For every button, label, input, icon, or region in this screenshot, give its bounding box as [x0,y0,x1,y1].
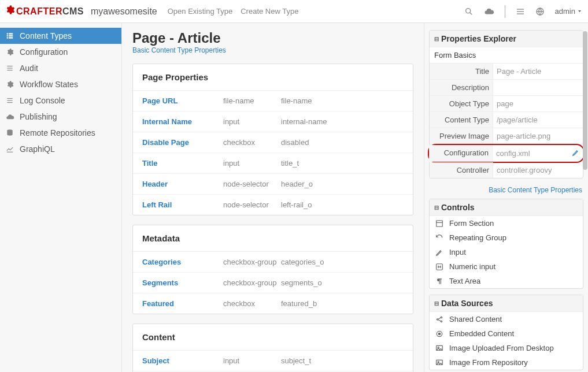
property-value[interactable]: page [493,96,583,111]
svg-rect-8 [7,37,8,38]
divider [505,5,505,18]
search-icon[interactable] [464,7,474,16]
create-new-type-link[interactable]: Create New Type [241,7,298,16]
property-value[interactable]: controller.groovy [493,162,583,178]
page-subtitle-link[interactable]: Basic Content Type Properties [132,46,413,54]
field-label[interactable]: Categories [142,258,223,266]
svg-rect-6 [7,33,8,34]
field-row[interactable]: Segmentscheckbox-groupsegments_o [133,273,413,293]
svg-point-0 [465,8,470,13]
cloud-icon[interactable] [484,6,494,17]
property-value[interactable]: page-article.png [493,128,583,144]
field-row[interactable]: Disable Pagecheckboxdisabled [133,132,413,153]
field-row[interactable]: Left Railnode-selectorleft-rail_o [133,195,413,215]
field-row[interactable]: Internal Nameinputinternal-name [133,111,413,132]
property-value[interactable] [493,80,583,95]
property-value[interactable]: config.xml [493,145,583,162]
controls-header[interactable]: ⊟ Controls [430,199,583,216]
field-label[interactable]: Disable Page [142,138,223,147]
logo[interactable]: CRAFTERCMS [5,5,84,18]
property-value[interactable]: Page - Article [493,64,583,79]
control-form-section[interactable]: Form Section [430,216,583,230]
field-label[interactable]: Page URL [142,96,223,105]
sidebar: Content TypesConfigurationAuditWorkflow … [0,23,122,372]
field-type: node-selector [223,200,281,209]
field-type: node-selector [223,180,281,188]
scrollbar-thumb[interactable] [583,31,587,170]
menu-icon[interactable] [516,7,525,16]
field-label[interactable]: Header [142,180,223,188]
section-header[interactable]: Page Properties [133,64,413,91]
sidebar-item-content-types[interactable]: Content Types [0,28,121,44]
control-numeric-input[interactable]: Numeric input [430,259,583,274]
field-label[interactable]: Left Rail [142,200,223,209]
control-label: Form Section [449,219,494,228]
property-row-configuration[interactable]: Configurationconfig.xml [428,144,585,163]
image-icon [435,344,445,352]
pencil-icon [435,248,445,256]
field-row[interactable]: Page URLfile-namefile-name [133,91,413,111]
field-row[interactable]: Headernode-selectorheader_o [133,174,413,195]
field-label[interactable]: Segments [142,278,223,287]
field-variable: disabled [281,138,404,147]
sidebar-item-remote-repositories[interactable]: Remote Repositories [0,125,121,141]
field-label[interactable]: Title [142,159,223,168]
image-icon [435,359,445,367]
field-row[interactable]: Categoriescheckbox-groupcategories_o [133,252,413,273]
field-row[interactable]: Subjectinputsubject_t [133,351,413,371]
datasource-shared-content[interactable]: Shared Content [430,312,583,326]
lines-icon [6,64,15,72]
property-label: Content Type [430,112,493,128]
property-value[interactable]: /page/article [493,112,583,128]
open-existing-type-link[interactable]: Open Existing Type [168,7,233,16]
field-label[interactable]: Internal Name [142,117,223,126]
sidebar-item-log-console[interactable]: Log Console [0,92,121,109]
field-label[interactable]: Featured [142,299,223,308]
field-row[interactable]: Titleinputtitle_t [133,153,413,174]
property-row-description[interactable]: Description [430,80,583,96]
globe-icon[interactable] [535,7,545,16]
datasource-label: Shared Content [449,315,502,323]
field-variable: title_t [281,159,404,168]
sidebar-item-workflow-states[interactable]: Workflow States [0,76,121,92]
section-header[interactable]: Metadata [133,225,413,252]
datasource-label: Embedded Content [449,329,514,338]
content-area: Page - Article Basic Content Type Proper… [122,23,424,372]
control-repeating-group[interactable]: Repeating Group [430,230,583,245]
property-row-preview-image[interactable]: Preview Imagepage-article.png [430,128,583,144]
chart-icon [6,145,15,153]
sidebar-item-label: Workflow States [20,80,78,89]
control-text-area[interactable]: Text Area [430,274,583,288]
field-label[interactable]: Subject [142,356,223,365]
property-row-object-type[interactable]: Object Typepage [430,96,583,112]
property-row-content-type[interactable]: Content Type/page/article [430,112,583,128]
section-header[interactable]: Content [133,324,413,351]
db-icon [6,129,15,137]
control-input[interactable]: Input [430,245,583,259]
property-row-controller[interactable]: Controllercontroller.groovy [430,162,583,178]
field-type: input [223,159,281,168]
sidebar-item-configuration[interactable]: Configuration [0,44,121,60]
sidebar-item-graphiql[interactable]: GraphiQL [0,141,121,157]
sidebar-item-label: Remote Repositories [20,128,95,137]
pencil-icon[interactable] [572,148,580,158]
sidebar-item-publishing[interactable]: Publishing [0,109,121,125]
basic-content-type-link[interactable]: Basic Content Type Properties [429,184,583,199]
properties-explorer-header[interactable]: ⊟ Properties Explorer [430,31,583,47]
svg-point-24 [441,321,442,322]
controls-panel: ⊟ Controls Form SectionRepeating GroupIn… [429,199,583,289]
sidebar-item-audit[interactable]: Audit [0,60,121,76]
datasource-embedded-content[interactable]: Embedded Content [430,326,583,341]
user-menu[interactable]: admin [555,7,582,16]
para-icon [435,277,445,285]
data-sources-header[interactable]: ⊟ Data Sources [430,295,583,312]
svg-rect-7 [7,35,8,36]
field-type: checkbox [223,138,281,147]
sidebar-item-label: Audit [20,64,38,73]
property-row-title[interactable]: TitlePage - Article [430,64,583,80]
datasource-image-uploaded-from-desktop[interactable]: Image Uploaded From Desktop [430,341,583,355]
field-row[interactable]: Featuredcheckboxfeatured_b [133,293,413,314]
datasource-image-from-repository[interactable]: Image From Repository [430,355,583,370]
svg-rect-11 [9,37,13,38]
collapse-icon: ⊟ [434,300,439,307]
